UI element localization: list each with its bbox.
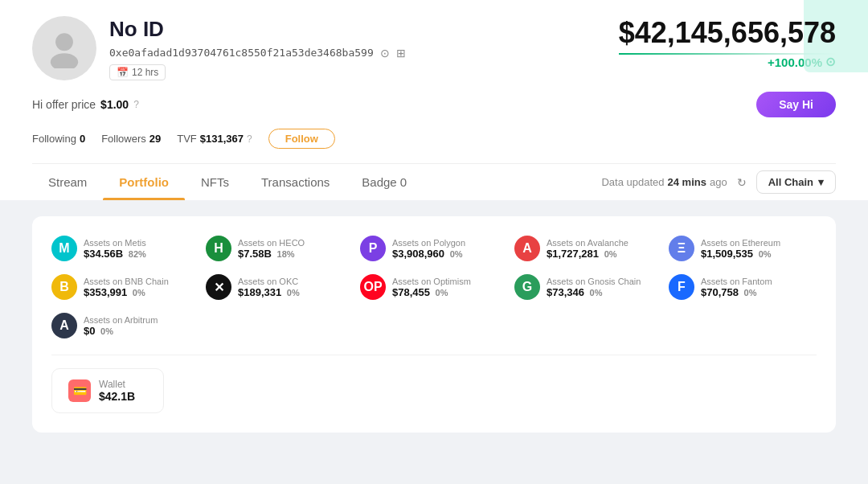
asset-metis-value: $34.56B 82% bbox=[84, 248, 146, 260]
asset-polygon-value: $3,908,960 0% bbox=[392, 248, 465, 260]
gnosis-icon: G bbox=[514, 274, 540, 300]
wallet-card[interactable]: 💳 Wallet $42.1B bbox=[51, 368, 164, 413]
wallet-label: Wallet bbox=[99, 379, 135, 390]
followers-item: Followers 29 bbox=[101, 133, 161, 145]
fantom-icon: F bbox=[669, 274, 694, 300]
wallet-amount: $42.1B bbox=[99, 390, 135, 403]
chain-selector-arrow: ▾ bbox=[818, 176, 824, 188]
asset-ethereum-text: Assets on Ethereum $1,509,535 0% bbox=[701, 238, 780, 260]
asset-okc-value: $189,331 0% bbox=[238, 286, 300, 298]
asset-arbitrum: A Assets on Arbitrum $0 0% bbox=[51, 313, 199, 338]
asset-polygon-text: Assets on Polygon $3,908,960 0% bbox=[392, 238, 465, 260]
bnb-icon: B bbox=[51, 274, 77, 300]
asset-avalanche: A Assets on Avalanche $1,727,281 0% bbox=[514, 236, 662, 261]
tab-badge[interactable]: Badge 0 bbox=[346, 164, 423, 200]
tab-stream[interactable]: Stream bbox=[32, 164, 103, 200]
hi-offer-label: Hi offer price bbox=[32, 98, 96, 111]
tvf-label: TVF bbox=[177, 133, 197, 145]
chain-selector-button[interactable]: All Chain ▾ bbox=[756, 170, 836, 194]
asset-bnb-label: Assets on BNB Chain bbox=[84, 277, 169, 286]
help-icon[interactable]: ? bbox=[133, 99, 139, 110]
calendar-icon: 📅 bbox=[117, 67, 129, 78]
tab-nfts[interactable]: NFTs bbox=[185, 164, 245, 200]
svg-point-1 bbox=[51, 53, 78, 68]
hi-offer-row: Hi offer price $1.00 ? Say Hi bbox=[32, 80, 836, 124]
asset-fantom-value: $70,758 0% bbox=[701, 286, 772, 298]
wallet-address-row: 0xe0afadad1d93704761c8550f21a53de3468ba5… bbox=[109, 47, 406, 59]
wallet-address: 0xe0afadad1d93704761c8550f21a53de3468ba5… bbox=[109, 47, 374, 59]
asset-ethereum-label: Assets on Ethereum bbox=[701, 238, 780, 248]
asset-fantom-label: Assets on Fantom bbox=[701, 277, 772, 286]
say-hi-button[interactable]: Say Hi bbox=[756, 92, 836, 117]
asset-arbitrum-text: Assets on Arbitrum $0 0% bbox=[84, 315, 158, 337]
tab-transactions[interactable]: Transactions bbox=[245, 164, 346, 200]
header-section: No ID 0xe0afadad1d93704761c8550f21a53de3… bbox=[0, 0, 868, 200]
hi-offer-left: Hi offer price $1.00 ? bbox=[32, 98, 139, 111]
tab-portfolio[interactable]: Portfolio bbox=[103, 164, 185, 200]
asset-heco-text: Assets on HECO $7.58B 18% bbox=[238, 238, 305, 260]
refresh-icon[interactable]: ↻ bbox=[737, 176, 747, 189]
asset-optimism-value: $78,455 0% bbox=[392, 286, 471, 298]
following-label: Following bbox=[32, 133, 76, 145]
time-ago: 12 hrs bbox=[132, 67, 158, 78]
profile-name: No ID bbox=[109, 17, 406, 42]
chain-selector-label: All Chain bbox=[768, 176, 813, 188]
avalanche-icon: A bbox=[514, 236, 540, 261]
avatar bbox=[32, 16, 96, 80]
polygon-icon: P bbox=[360, 236, 386, 261]
data-updated-suffix: ago bbox=[710, 176, 727, 188]
asset-avalanche-text: Assets on Avalanche $1,727,281 0% bbox=[547, 238, 628, 260]
profile-row: No ID 0xe0afadad1d93704761c8550f21a53de3… bbox=[32, 16, 836, 80]
asset-arbitrum-label: Assets on Arbitrum bbox=[84, 315, 158, 325]
wallet-info: Wallet $42.1B bbox=[99, 379, 135, 403]
asset-heco: H Assets on HECO $7.58B 18% bbox=[206, 236, 354, 261]
asset-optimism: OP Assets on Optimism $78,455 0% bbox=[360, 274, 508, 300]
follow-button[interactable]: Follow bbox=[268, 129, 335, 149]
optimism-icon: OP bbox=[360, 274, 386, 300]
svg-point-0 bbox=[55, 33, 73, 51]
asset-avalanche-value: $1,727,281 0% bbox=[547, 248, 628, 260]
tabs-right: Data updated 24 mins ago ↻ All Chain ▾ bbox=[601, 170, 836, 194]
profile-info: No ID 0xe0afadad1d93704761c8550f21a53de3… bbox=[109, 17, 406, 80]
okc-icon: ✕ bbox=[206, 274, 231, 300]
asset-bnb-value: $353,991 0% bbox=[84, 286, 169, 298]
asset-polygon-label: Assets on Polygon bbox=[392, 238, 465, 248]
asset-gnosis-label: Assets on Gnosis Chain bbox=[547, 277, 641, 286]
wallet-section: 💳 Wallet $42.1B bbox=[51, 368, 817, 413]
copy-icon[interactable]: ⊙ bbox=[380, 47, 390, 59]
following-count: 0 bbox=[80, 133, 85, 145]
data-updated-prefix: Data updated bbox=[601, 176, 664, 188]
heco-icon: H bbox=[206, 236, 231, 261]
divider bbox=[51, 355, 817, 355]
tvf-help-icon[interactable]: ? bbox=[247, 133, 252, 145]
followers-label: Followers bbox=[101, 133, 146, 145]
asset-bnb-text: Assets on BNB Chain $353,991 0% bbox=[84, 277, 169, 298]
ethereum-icon: Ξ bbox=[669, 236, 694, 261]
asset-heco-label: Assets on HECO bbox=[238, 238, 305, 248]
asset-fantom-text: Assets on Fantom $70,758 0% bbox=[701, 277, 772, 298]
asset-metis: M Assets on Metis $34.56B 82% bbox=[51, 236, 199, 261]
social-row: Following 0 Followers 29 TVF $131,367 ? … bbox=[32, 124, 836, 160]
tvf-item: TVF $131,367 ? bbox=[177, 133, 252, 145]
metis-icon: M bbox=[51, 236, 77, 261]
asset-optimism-text: Assets on Optimism $78,455 0% bbox=[392, 277, 471, 298]
assets-grid: M Assets on Metis $34.56B 82% H Assets o… bbox=[51, 236, 817, 338]
asset-optimism-label: Assets on Optimism bbox=[392, 277, 471, 286]
asset-okc-label: Assets on OKC bbox=[238, 277, 300, 286]
wallet-icon: 💳 bbox=[68, 379, 91, 402]
asset-okc: ✕ Assets on OKC $189,331 0% bbox=[206, 274, 354, 300]
asset-gnosis-text: Assets on Gnosis Chain $73,346 0% bbox=[547, 277, 641, 298]
asset-bnb: B Assets on BNB Chain $353,991 0% bbox=[51, 274, 199, 300]
time-badge: 📅 12 hrs bbox=[109, 64, 166, 80]
asset-ethereum-value: $1,509,535 0% bbox=[701, 248, 780, 260]
main-content: M Assets on Metis $34.56B 82% H Assets o… bbox=[0, 200, 868, 449]
grid-icon[interactable]: ⊞ bbox=[396, 47, 406, 59]
profile-left: No ID 0xe0afadad1d93704761c8550f21a53de3… bbox=[32, 16, 406, 80]
asset-polygon: P Assets on Polygon $3,908,960 0% bbox=[360, 236, 508, 261]
arbitrum-icon: A bbox=[51, 313, 77, 338]
asset-gnosis: G Assets on Gnosis Chain $73,346 0% bbox=[514, 274, 662, 300]
hi-offer-price: $1.00 bbox=[100, 98, 129, 111]
following-item: Following 0 bbox=[32, 133, 85, 145]
portfolio-value: $42,145,656,578 bbox=[619, 16, 836, 50]
followers-count: 29 bbox=[149, 133, 161, 145]
